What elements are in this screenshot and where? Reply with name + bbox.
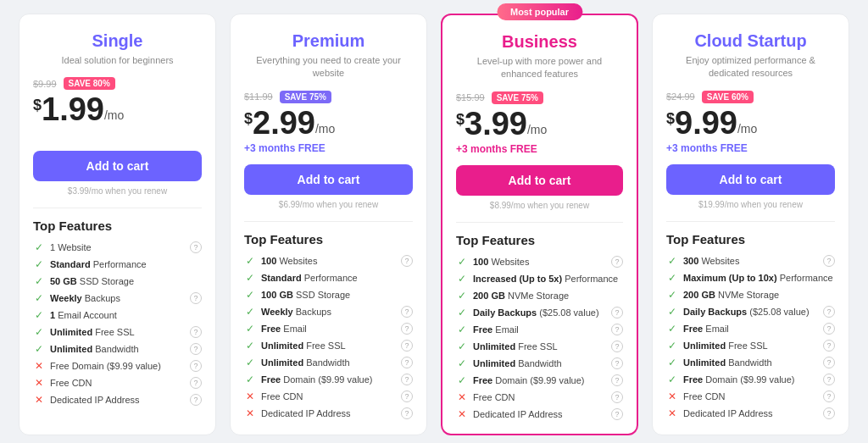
price-amount: 1.99 — [42, 93, 104, 125]
feature-text: Unlimited Free SSL — [261, 341, 346, 351]
feature-item: ✓ Free Email ? — [666, 323, 835, 335]
check-icon: ✓ — [244, 357, 256, 368]
info-icon[interactable]: ? — [611, 324, 623, 335]
info-icon[interactable]: ? — [611, 357, 623, 369]
check-icon: ✓ — [33, 309, 45, 321]
info-icon[interactable]: ? — [611, 307, 623, 318]
info-icon[interactable]: ? — [611, 341, 623, 352]
feature-item: ✓ Unlimited Bandwidth ? — [456, 357, 623, 369]
info-icon[interactable]: ? — [190, 292, 202, 304]
info-icon[interactable]: ? — [190, 377, 202, 389]
plan-name: Cloud Startup — [666, 31, 835, 51]
info-icon[interactable]: ? — [401, 390, 413, 402]
feature-left: ✓ Unlimited Bandwidth — [244, 357, 350, 368]
check-icon: ✓ — [456, 273, 468, 285]
feature-left: ✓ 1 Email Account — [33, 309, 117, 321]
feature-item: ✓ Free Domain ($9.99 value) ? — [244, 374, 413, 385]
feature-text: Unlimited Free SSL — [473, 341, 558, 352]
info-icon[interactable]: ? — [190, 360, 202, 372]
info-icon[interactable]: ? — [823, 390, 835, 402]
info-icon[interactable]: ? — [401, 407, 413, 419]
feature-text: Free Domain ($9.99 value) — [261, 374, 372, 385]
feature-text: Free Email — [683, 324, 729, 334]
feature-left: ✓ Unlimited Bandwidth — [456, 357, 562, 369]
info-icon[interactable]: ? — [611, 408, 623, 420]
feature-text: Free CDN — [473, 392, 515, 402]
feature-text: Weekly Backups — [50, 293, 120, 303]
feature-left: ✕ Dedicated IP Address — [666, 407, 773, 419]
info-icon[interactable]: ? — [401, 357, 413, 368]
feature-left: ✓ 100 Websites — [456, 256, 529, 268]
price-amount: 9.99 — [675, 107, 737, 139]
top-features-title: Top Features — [33, 219, 202, 233]
feature-left: ✓ 1 Website — [33, 241, 92, 253]
info-icon[interactable]: ? — [611, 256, 623, 268]
check-icon: ✓ — [244, 272, 256, 284]
info-icon[interactable]: ? — [611, 374, 623, 386]
feature-text: Daily Backups ($25.08 value) — [473, 307, 599, 318]
x-icon: ✕ — [33, 394, 45, 406]
feature-text: Dedicated IP Address — [261, 408, 351, 418]
info-icon[interactable]: ? — [823, 255, 835, 267]
add-to-cart-button[interactable]: Add to cart — [666, 164, 835, 195]
info-icon[interactable]: ? — [190, 394, 202, 406]
info-icon[interactable]: ? — [611, 391, 623, 403]
feature-text: 1 Email Account — [50, 310, 117, 320]
info-icon[interactable]: ? — [190, 326, 202, 338]
free-months: +3 months FREE — [666, 142, 835, 156]
x-icon: ✕ — [456, 408, 468, 420]
feature-left: ✓ Unlimited Free SSL — [244, 340, 346, 352]
free-months: +3 months FREE — [456, 143, 623, 157]
check-icon: ✓ — [33, 258, 45, 270]
info-icon[interactable]: ? — [823, 357, 835, 368]
price-main: $ 1.99 /mo — [33, 93, 202, 125]
feature-left: ✕ Dedicated IP Address — [33, 394, 140, 406]
add-to-cart-button[interactable]: Add to cart — [456, 165, 623, 196]
feature-item: ✓ Daily Backups ($25.08 value) ? — [666, 306, 835, 318]
check-icon: ✓ — [33, 275, 45, 287]
check-icon: ✓ — [244, 255, 256, 267]
info-icon[interactable]: ? — [823, 407, 835, 419]
renew-price: $19.99/mo when you renew — [666, 200, 835, 209]
feature-left: ✕ Free CDN — [456, 391, 515, 403]
add-to-cart-button[interactable]: Add to cart — [33, 151, 202, 181]
top-features-title: Top Features — [456, 233, 623, 247]
feature-item: ✕ Dedicated IP Address ? — [244, 407, 413, 419]
info-icon[interactable]: ? — [190, 241, 202, 253]
feature-text: Increased (Up to 5x) Performance — [473, 274, 618, 284]
info-icon[interactable]: ? — [401, 306, 413, 318]
info-icon[interactable]: ? — [401, 340, 413, 352]
feature-text: Free CDN — [683, 391, 726, 401]
save-badge: SAVE 75% — [492, 91, 543, 104]
info-icon[interactable]: ? — [401, 374, 413, 385]
info-icon[interactable]: ? — [823, 306, 835, 318]
feature-text: Free Domain ($9.99 value) — [473, 375, 584, 385]
feature-list: ✓ 100 Websites ? ✓ Increased (Up to 5x) … — [456, 256, 623, 420]
feature-item: ✕ Free CDN ? — [456, 391, 623, 403]
feature-left: ✓ Daily Backups ($25.08 value) — [666, 306, 810, 318]
info-icon[interactable]: ? — [823, 374, 835, 385]
info-icon[interactable]: ? — [401, 323, 413, 335]
feature-item: ✕ Dedicated IP Address ? — [456, 408, 623, 420]
divider — [666, 221, 835, 222]
add-to-cart-button[interactable]: Add to cart — [244, 164, 413, 195]
feature-item: ✕ Dedicated IP Address ? — [33, 394, 202, 406]
feature-list: ✓ 1 Website ? ✓ Standard Performance ✓ 5… — [33, 241, 202, 406]
feature-left: ✕ Free Domain ($9.99 value) — [33, 360, 161, 372]
feature-text: Dedicated IP Address — [50, 395, 140, 405]
feature-text: Free Email — [261, 324, 307, 334]
x-icon: ✕ — [666, 407, 678, 419]
info-icon[interactable]: ? — [823, 323, 835, 335]
feature-text: 100 Websites — [261, 256, 317, 266]
check-icon: ✓ — [666, 357, 678, 368]
feature-text: Unlimited Bandwidth — [261, 357, 350, 368]
feature-text: 100 GB SSD Storage — [261, 290, 350, 300]
feature-item: ✓ Weekly Backups ? — [33, 292, 202, 304]
info-icon[interactable]: ? — [823, 340, 835, 352]
save-badge: SAVE 80% — [64, 77, 115, 90]
plan-card-single: SingleIdeal solution for beginners $9.99… — [19, 14, 216, 435]
info-icon[interactable]: ? — [401, 255, 413, 267]
divider — [244, 221, 413, 222]
feature-text: Free CDN — [261, 391, 303, 401]
info-icon[interactable]: ? — [190, 343, 202, 355]
